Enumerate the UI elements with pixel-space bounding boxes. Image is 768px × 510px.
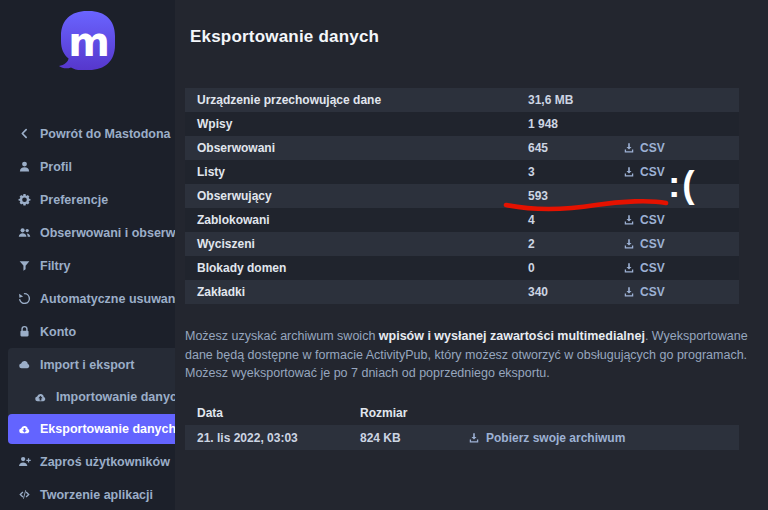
download-archive-link[interactable]: Pobierz swoje archiwum [468,431,625,445]
sidebar-item-filtry[interactable]: Filtry [0,249,175,282]
csv-download-link[interactable]: CSV [623,261,665,275]
sidebar-item-importowanie-danych[interactable]: Importowanie danych [8,381,175,413]
stat-label: Listy [185,165,225,179]
chevron-left-icon [18,127,31,140]
sidebar-nav: Powrót do MastodonaProfilPreferencjeObse… [0,117,175,510]
sidebar-item-automatyczne-usuwanie-pos[interactable]: Automatyczne usuwanie pos… [0,282,175,315]
stat-label: Zablokowani [185,213,270,227]
stat-label: Wyciszeni [185,237,255,251]
sidebar-item-label: Automatyczne usuwanie pos… [40,292,175,306]
users-icon [18,226,31,239]
page-title: Eksportowanie danych [190,27,379,47]
csv-download-link[interactable]: CSV [623,213,665,227]
sidebar-item-label: Zaproś użytkowników [40,455,170,469]
stat-value: 2 [528,237,535,251]
export-stats-table: Urządzenie przechowujące dane31,6 MBWpis… [185,88,739,304]
filter-icon [18,259,31,272]
stat-value: 593 [528,189,548,203]
stat-label: Wpisy [185,117,232,131]
download-icon [623,214,635,226]
sidebar: m Powrót do MastodonaProfilPreferencjeOb… [0,0,175,510]
description-bold-text: wpisów i wysłanej zawartości multimedial… [379,329,645,343]
download-archive-label: Pobierz swoje archiwum [486,431,625,445]
download-icon [623,166,635,178]
stat-label: Obserwujący [185,189,272,203]
sidebar-item-powrót-do-mastodona[interactable]: Powrót do Mastodona [0,117,175,150]
lock-icon [18,325,31,338]
stat-value: 645 [528,141,548,155]
sidebar-item-eksportowanie-danych[interactable]: Eksportowanie danych [8,414,175,444]
export-table-row: Blokady domen0CSV [185,256,739,280]
stat-label: Obserwowani [185,141,275,155]
gear-icon [18,193,31,206]
sidebar-item-konto[interactable]: Konto [0,315,175,348]
sidebar-item-preferencje[interactable]: Preferencje [0,183,175,216]
sidebar-item-label: Import i eksport [40,358,134,372]
main-content: Eksportowanie danych Urządzenie przechow… [175,0,768,510]
mastodon-settings-window: m Powrót do MastodonaProfilPreferencjeOb… [0,0,768,510]
sidebar-item-label: Filtry [40,259,71,273]
download-icon [623,286,635,298]
stat-value: 340 [528,285,548,299]
export-table-row: Wpisy1 948 [185,112,739,136]
csv-link-label: CSV [640,213,665,227]
sidebar-item-label: Eksportowanie danych [40,422,175,436]
archive-date: 21. lis 2022, 03:03 [197,431,298,445]
sidebar-item-label: Profil [40,160,72,174]
sidebar-item-label: Tworzenie aplikacji [40,488,153,502]
sidebar-item-obserwowani-i-obserwujący[interactable]: Obserwowani i obserwujący [0,216,175,249]
stat-label: Zakładki [185,285,245,299]
column-header-size: Rozmiar [360,406,407,420]
history-icon [18,292,31,305]
export-table-row: Zakładki340CSV [185,280,739,304]
export-table-row: Obserwujący593 [185,184,739,208]
stat-label: Urządzenie przechowujące dane [185,93,381,107]
description-text: Możesz uzyskać archiwum swoich [185,329,379,343]
export-description: Możesz uzyskać archiwum swoich wpisów i … [185,327,751,383]
sidebar-item-label: Konto [40,325,76,339]
sidebar-item-zaproś-użytkowników[interactable]: Zaproś użytkowników [0,445,175,478]
code-icon [18,488,31,501]
cloud-upload-icon [34,391,47,404]
stat-value: 3 [528,165,535,179]
csv-link-label: CSV [640,261,665,275]
archive-size: 824 KB [360,431,401,445]
sidebar-item-label: Obserwowani i obserwujący [40,226,175,240]
sidebar-item-label: Powrót do Mastodona [40,127,171,141]
csv-link-label: CSV [640,285,665,299]
download-icon [623,262,635,274]
stat-value: 1 948 [528,117,558,131]
cloud-icon [18,358,31,371]
export-table-row: Zablokowani4CSV [185,208,739,232]
stat-value: 31,6 MB [528,93,573,107]
sidebar-item-import-i-eksport[interactable]: Import i eksport [8,348,175,381]
stat-value: 4 [528,213,535,227]
import-export-group: Import i eksportImportowanie danychEkspo… [8,348,175,444]
user-icon [18,160,31,173]
mastodon-logo-icon[interactable]: m [56,9,120,81]
csv-download-link[interactable]: CSV [623,237,665,251]
csv-link-label: CSV [640,165,665,179]
csv-link-label: CSV [640,237,665,251]
export-table-row: Wyciszeni2CSV [185,232,739,256]
column-header-date: Data [197,406,223,420]
cloud-download-icon [18,423,31,436]
archive-table: Data Rozmiar 21. lis 2022, 03:03 824 KB … [185,400,739,450]
archive-table-row: 21. lis 2022, 03:03 824 KB Pobierz swoje… [185,425,739,450]
download-icon [623,142,635,154]
csv-download-link[interactable]: CSV [623,285,665,299]
export-table-row: Urządzenie przechowujące dane31,6 MB [185,88,739,112]
sidebar-item-tworzenie-aplikacji[interactable]: Tworzenie aplikacji [0,478,175,510]
csv-download-link[interactable]: CSV [623,165,665,179]
download-icon [468,432,480,444]
export-table-row: Listy3CSV [185,160,739,184]
sidebar-item-label: Preferencje [40,193,108,207]
csv-link-label: CSV [640,141,665,155]
csv-download-link[interactable]: CSV [623,141,665,155]
sidebar-item-profil[interactable]: Profil [0,150,175,183]
archive-table-header: Data Rozmiar [185,400,739,425]
stat-value: 0 [528,261,535,275]
user-plus-icon [18,455,31,468]
export-table-row: Obserwowani645CSV [185,136,739,160]
download-icon [623,238,635,250]
